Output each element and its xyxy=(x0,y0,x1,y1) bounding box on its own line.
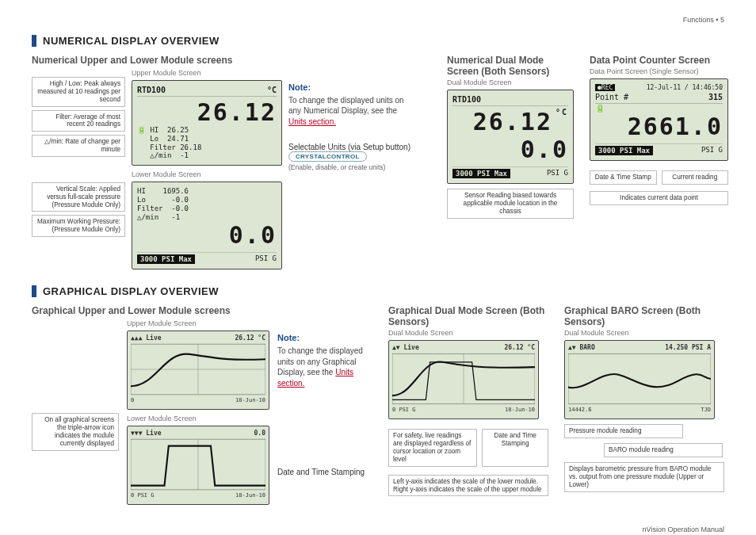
callout-dual-bias: Sensor Reading biased towards applicable… xyxy=(447,189,574,219)
hi-val: 26.25 xyxy=(167,126,189,134)
g-lower-label: Lower Module Screen xyxy=(127,415,269,422)
g-upper-label: Upper Module Screen xyxy=(127,319,269,327)
callout-selectable-units: Selectable Units (via Setup button) xyxy=(288,143,423,151)
dp-point: 315 xyxy=(708,93,723,101)
sub-dual: Numerical Dual Mode Screen (Both Sensors… xyxy=(447,55,574,77)
gdual-label: Dual Module Screen xyxy=(388,329,548,337)
dp-label: Data Point Screen (Single Sensor) xyxy=(590,67,728,75)
dp-date: 12-Jul-11 / 14:46:50 xyxy=(647,84,723,91)
l-lo-val: -0.0 xyxy=(171,196,189,204)
dp-rec: ●REC xyxy=(595,84,615,91)
callout-delta: △/min: Rate of change per minute xyxy=(32,135,125,157)
section-numerical-title: NUMERICAL DISPLAY OVERVIEW xyxy=(32,35,724,47)
lcd-upper-unit: °C xyxy=(267,86,277,94)
l-fil-lbl: Filter xyxy=(137,204,163,212)
note-numerical: Note: To change the displayed units on a… xyxy=(288,82,415,127)
l-fil-val: -0.0 xyxy=(171,204,189,212)
lo-lbl: Lo xyxy=(150,135,158,143)
gb-mode: BARO xyxy=(579,344,594,351)
callout-hi-lo: High / Low: Peak always measured at 10 r… xyxy=(32,77,125,107)
l-del-lbl: △/min xyxy=(137,213,158,221)
gdual-callout-safety: For safety, live readings are displayed … xyxy=(388,429,477,466)
del-val: -1 xyxy=(180,151,189,159)
dp-callout-indicates: Indicates current data point xyxy=(590,191,728,205)
sub-datapoint: Data Point Counter Screen xyxy=(590,55,728,66)
note2-title: Note: xyxy=(277,332,372,344)
gl-mode: Live xyxy=(146,430,161,437)
l-lo-lbl: Lo xyxy=(137,196,146,204)
callout-maxwp: Maximum Working Pressure: (Pressure Modu… xyxy=(32,215,125,237)
dual-label: Dual Module Screen xyxy=(447,78,574,86)
graph-dual: ▲▼ Live26.12 °C 0 PSI G18-Jun-10 xyxy=(388,340,539,419)
dp-callout-date: Date & Time Stamp xyxy=(590,170,657,185)
lcd-upper: RTD100 °C 26.12 🔋 HI 26.25 Lo 24.71 Filt… xyxy=(132,80,282,166)
dual-big2: 0.0 xyxy=(452,136,568,163)
sub-upper-lower: Numerical Upper and Lower Module screens xyxy=(32,55,431,66)
gu-mode: Live xyxy=(146,334,161,342)
upper-screen-label: Upper Module Screen xyxy=(132,69,282,77)
gu-fr: 18-Jun-10 xyxy=(235,397,265,403)
gbaro-callout-displays: Displays barometric pressure from BARO m… xyxy=(564,462,724,492)
note-graphical: Note: To change the displayed units on a… xyxy=(277,332,372,388)
sub-graph-ul: Graphical Upper and Lower Module screens xyxy=(32,305,372,316)
sub-graph-baro: Graphical BARO Screen (Both Sensors) xyxy=(564,305,724,327)
fil-val: 26.18 xyxy=(180,143,201,151)
page-header: Functions • 5 xyxy=(32,16,724,24)
callout-date-stamping: Date and Time Stamping xyxy=(277,468,372,476)
lower-screen-label: Lower Module Screen xyxy=(132,170,282,178)
lcd-upper-title: RTD100 xyxy=(137,86,166,94)
svg-rect-7 xyxy=(568,354,711,405)
dp-unit: PSI G xyxy=(701,146,723,155)
dual-u1: °C xyxy=(556,108,568,117)
gl-fr: 18-Jun-10 xyxy=(235,492,265,499)
graph-upper: ▲▲▲ Live26.12 °C 018-Jun-10 xyxy=(127,331,269,410)
lcd-lower: HI 1695.6 Lo -0.0 Filter -0.0 △/min -1 0… xyxy=(132,182,282,269)
callout-enable-disable: (Enable, disable, or create units) xyxy=(288,163,431,171)
lcd-lower-unit: PSI G xyxy=(255,254,277,264)
fil-lbl: Filter xyxy=(150,143,176,151)
dp-big: 2661.0 xyxy=(595,113,723,140)
crystalcontrol-badge: CRYSTALCONTROL xyxy=(288,151,367,162)
gd-mode: Live xyxy=(403,344,418,351)
lcd-dual: RTD100 26.12°C 0.0 3000 PSI Max PSI G xyxy=(447,90,574,184)
callout-triple-arrow: On all graphical screens the triple-arro… xyxy=(32,413,119,450)
dual-big1: 26.12 xyxy=(473,108,552,136)
gb-fl: 14442.6 xyxy=(568,407,592,413)
gbaro-label: Dual Module Screen xyxy=(564,329,724,337)
l-del-val: -1 xyxy=(171,213,180,221)
gu-val: 26.12 °C xyxy=(235,334,265,342)
dual-title: RTD100 xyxy=(452,95,481,104)
lcd-lower-big: 0.0 xyxy=(137,221,277,249)
gdual-callout-axes: Left y-axis indicates the scale of the l… xyxy=(388,475,548,497)
dual-u2: PSI G xyxy=(547,169,568,178)
gbaro-callout-pressure: Pressure module reading xyxy=(564,424,683,438)
del-lbl: △/min xyxy=(150,151,171,159)
gb-fr: TJD xyxy=(701,407,711,413)
hi-lbl: HI xyxy=(150,126,158,134)
lcd-datapoint: ●REC 12-Jul-11 / 14:46:50 Point # 315 🔋 … xyxy=(590,78,728,161)
sub-graph-dual: Graphical Dual Mode Screen (Both Sensors… xyxy=(388,305,548,327)
l-hi-lbl: HI xyxy=(137,187,146,195)
note1-title: Note: xyxy=(288,82,415,94)
gl-fl: 0 PSI G xyxy=(131,492,155,499)
dp-callout-current: Current reading xyxy=(662,170,729,185)
gd-fl: 0 PSI G xyxy=(392,407,416,413)
page-footer: nVision Operation Manual xyxy=(32,525,724,533)
lcd-lower-max: 3000 PSI Max xyxy=(137,254,195,264)
lcd-upper-big: 26.12 xyxy=(137,98,277,126)
gu-fl: 0 xyxy=(131,397,134,403)
lo-val: 24.71 xyxy=(167,135,189,143)
gl-val: 0.0 xyxy=(254,430,265,437)
dp-point-lbl: Point # xyxy=(595,93,628,101)
section-graphical-title: GRAPHICAL DISPLAY OVERVIEW xyxy=(32,285,724,297)
graph-baro: ▲▼ BARO14.250 PSI A 14442.6TJD xyxy=(564,340,715,419)
dp-max: 3000 PSI Max xyxy=(595,146,653,155)
gb-val: 14.250 PSI A xyxy=(665,344,711,351)
gbaro-callout-baro: BARO module reading xyxy=(604,443,723,457)
graph-lower: ▼▼▼ Live0.0 0 PSI G18-Jun-10 xyxy=(127,426,269,505)
dual-max: 3000 PSI Max xyxy=(452,169,510,178)
l-hi-val: 1695.6 xyxy=(163,187,189,195)
note1-link[interactable]: Units section. xyxy=(288,117,336,126)
gd-val: 26.12 °C xyxy=(504,344,535,351)
callout-filter: Filter: Average of most recent 20 readin… xyxy=(32,110,125,132)
